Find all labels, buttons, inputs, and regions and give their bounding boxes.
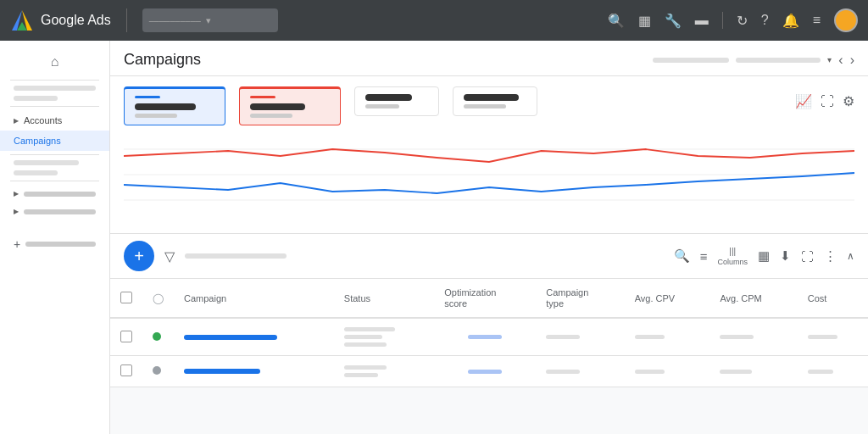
campaign-type-line-2 — [546, 370, 580, 374]
status-line-2a — [344, 365, 387, 370]
metric-card-4[interactable] — [453, 86, 537, 116]
table-header-row: ◯ Campaign Status Optimization score — [110, 279, 868, 318]
th-avg-cpv[interactable]: Avg. CPV — [625, 279, 710, 318]
td-avg-cpv-2 — [625, 356, 710, 387]
settings-chart-icon[interactable]: ⚙ — [843, 93, 854, 109]
prev-btn[interactable]: ‹ — [838, 53, 843, 68]
add-campaign-button[interactable]: + — [124, 241, 154, 271]
sidebar-divider-2 — [10, 106, 99, 107]
expand-icon: ▶ — [14, 117, 19, 125]
next-btn[interactable]: › — [850, 53, 854, 68]
filter-icon[interactable]: ▽ — [164, 248, 175, 264]
app-name: Google Ads — [41, 13, 111, 28]
download-icon[interactable]: ⬇ — [780, 248, 791, 264]
td-status-text-1 — [334, 318, 434, 356]
expand-icon-3: ▶ — [14, 208, 19, 215]
th-avg-cpm[interactable]: Avg. CPM — [709, 279, 797, 318]
td-status-2 — [142, 356, 174, 387]
status-line-1b — [344, 335, 382, 339]
select-all-checkbox[interactable] — [120, 292, 132, 303]
sidebar-item-accounts[interactable]: ▶ Accounts — [0, 110, 109, 131]
account-selector[interactable]: –––––––––– ▾ — [142, 8, 278, 32]
th-cost[interactable]: Cost — [798, 279, 868, 318]
th-checkbox — [110, 279, 142, 318]
th-opt-score[interactable]: Optimization score — [434, 279, 536, 318]
menu-lines-icon[interactable]: ≡ — [813, 13, 821, 28]
metric-card-1[interactable] — [124, 86, 225, 125]
row-checkbox-2[interactable] — [120, 364, 132, 376]
avg-cpm-line-2 — [720, 370, 752, 374]
wrench-icon[interactable]: 🔧 — [665, 13, 682, 29]
sidebar-line-1 — [14, 86, 96, 91]
date-range-line — [653, 58, 729, 63]
th-campaign-type[interactable]: Campaign type — [536, 279, 624, 318]
billing-icon[interactable]: ▬ — [695, 13, 709, 28]
row-checkbox-1[interactable] — [120, 331, 132, 342]
expand-chart-icon[interactable]: ⛶ — [821, 94, 834, 109]
sidebar-expand-item-1[interactable]: ▶ — [0, 185, 109, 203]
td-status-1 — [142, 318, 174, 356]
user-avatar[interactable] — [834, 8, 858, 32]
app-logo: Google Ads — [10, 8, 111, 32]
td-campaign-type-2 — [536, 356, 624, 387]
date-range-value[interactable] — [736, 58, 821, 63]
page-header: Campaigns ▾ ‹ › — [110, 41, 868, 76]
sidebar-expand-item-2[interactable]: ▶ — [0, 203, 109, 220]
main-content: Campaigns ▾ ‹ › — [110, 41, 868, 434]
metric-card-3[interactable] — [354, 86, 439, 116]
search-toolbar-icon[interactable]: 🔍 — [674, 248, 690, 264]
avg-cpv-line-2 — [635, 370, 665, 374]
sidebar-item-label-campaigns: Campaigns — [14, 136, 61, 146]
nav-icon-group: 🔍 ▦ 🔧 ▬ ↻ ? 🔔 ≡ — [608, 8, 858, 32]
status-header-icon: ◯ — [153, 292, 164, 304]
th-campaign[interactable]: Campaign — [174, 279, 334, 318]
dropdown-arrow-icon: ▾ — [206, 15, 211, 26]
chart-toggle-icon[interactable]: ▦ — [758, 248, 770, 264]
td-campaign-1[interactable] — [174, 318, 334, 356]
opt-score-line-2 — [468, 370, 502, 374]
segment-icon[interactable]: ≡ — [700, 249, 708, 264]
sidebar-item-campaigns[interactable]: Campaigns — [0, 131, 109, 151]
metric-value-4 — [464, 94, 519, 101]
metric-indicator-red — [250, 96, 275, 98]
columns-button[interactable]: ||| Columns — [717, 247, 748, 266]
search-icon[interactable]: 🔍 — [608, 13, 625, 29]
toolbar-right-actions: 🔍 ≡ ||| Columns ▦ ⬇ ⛶ ⋮ ∧ — [674, 247, 854, 266]
sidebar-add-label — [25, 242, 96, 247]
metric-value-1 — [135, 103, 196, 110]
metric-card-2[interactable] — [239, 86, 341, 125]
status-dot-green — [153, 332, 161, 341]
td-cost-1 — [798, 318, 868, 356]
refresh-icon[interactable]: ↻ — [737, 13, 748, 29]
sidebar-item-label-accounts: Accounts — [24, 115, 62, 125]
line-chart-icon[interactable]: 📈 — [795, 93, 812, 109]
fullscreen-icon[interactable]: ⛶ — [801, 249, 814, 264]
header-controls: ▾ ‹ › — [653, 53, 854, 68]
expand-icon-2: ▶ — [14, 190, 19, 198]
td-checkbox-2 — [110, 356, 142, 387]
metrics-area: 📈 ⛶ ⚙ — [110, 76, 868, 125]
td-opt-score-2 — [434, 356, 536, 387]
cost-line-2 — [808, 370, 833, 374]
td-avg-cpv-1 — [625, 318, 710, 356]
top-navigation: Google Ads –––––––––– ▾ 🔍 ▦ 🔧 ▬ ↻ ? 🔔 ≡ — [0, 0, 868, 41]
td-campaign-2[interactable] — [174, 356, 334, 387]
chart-controls: 📈 ⛶ ⚙ — [795, 86, 854, 109]
more-options-icon[interactable]: ⋮ — [824, 248, 837, 264]
help-icon[interactable]: ? — [761, 13, 769, 28]
filter-label-line — [185, 253, 287, 259]
th-status[interactable]: Status — [334, 279, 434, 318]
collapse-button[interactable]: ∧ — [847, 250, 854, 262]
sidebar-divider-1 — [10, 80, 99, 81]
action-toolbar: + ▽ 🔍 ≡ ||| Columns ▦ ⬇ ⛶ ⋮ ∧ — [110, 234, 868, 279]
notifications-icon[interactable]: 🔔 — [782, 13, 799, 29]
avg-cpm-line-1 — [720, 335, 754, 339]
sidebar-home[interactable]: ⌂ — [0, 47, 109, 76]
logo-icon — [10, 8, 34, 32]
status-dot-gray — [153, 366, 161, 375]
sidebar-add-item[interactable]: + — [0, 231, 109, 258]
nav-divider — [126, 8, 127, 32]
dropdown-arrow-date[interactable]: ▾ — [827, 55, 832, 64]
campaigns-table: ◯ Campaign Status Optimization score — [110, 279, 868, 387]
barcode-icon[interactable]: ▦ — [638, 13, 651, 29]
